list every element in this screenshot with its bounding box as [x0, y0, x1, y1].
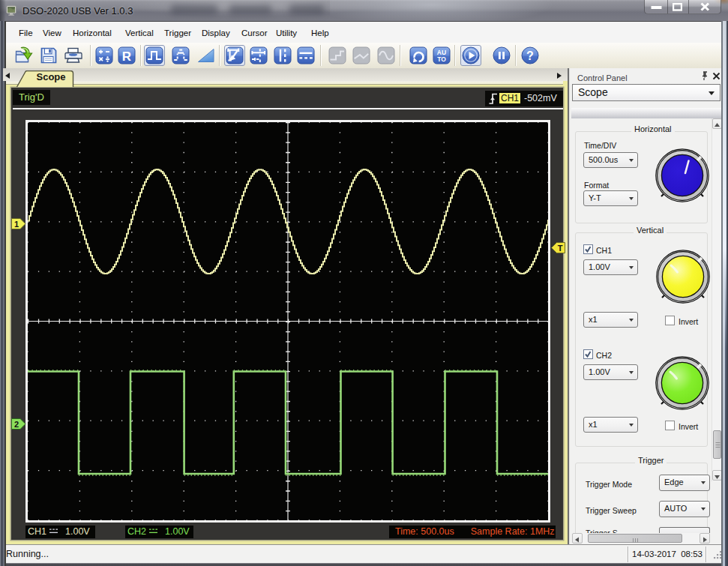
- svg-text:Scope: Scope: [36, 71, 65, 82]
- svg-text:?: ?: [526, 49, 534, 62]
- svg-text:TO: TO: [437, 55, 446, 63]
- svg-text:T: T: [558, 244, 563, 253]
- svg-text:2: 2: [14, 419, 19, 428]
- svg-text:1: 1: [14, 219, 19, 228]
- svg-text:R: R: [122, 49, 131, 64]
